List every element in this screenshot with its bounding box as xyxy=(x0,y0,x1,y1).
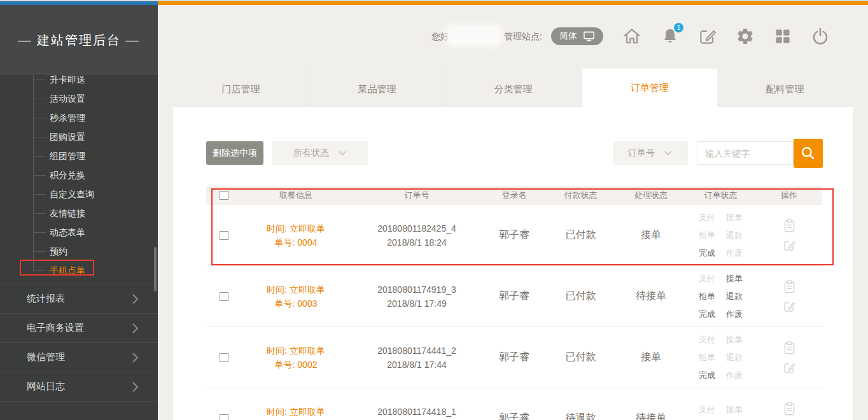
logout-button[interactable] xyxy=(811,27,830,46)
section-label: 统计报表 xyxy=(27,293,65,305)
table-row: 时间: 立即取单 20180801174418_1 郭子睿 待退款 待接单 支付… xyxy=(206,388,822,420)
search-button[interactable] xyxy=(794,139,823,168)
order-status-link[interactable]: 退款 xyxy=(726,291,743,302)
sidebar-item-activity[interactable]: 活动设置 xyxy=(33,89,158,108)
sidebar-item-points[interactable]: 积分兑换 xyxy=(33,165,158,185)
sidebar-item-reservation[interactable]: 预约 xyxy=(33,242,158,261)
order-date: 2018/8/1 17:49 xyxy=(387,297,446,311)
col-header-actions: 操作 xyxy=(756,190,822,201)
keyword-search-input[interactable] xyxy=(697,141,794,165)
order-status-link: 拒单 xyxy=(699,352,715,363)
order-status-link[interactable]: 完成 xyxy=(699,309,715,320)
col-header-login-name: 登录名 xyxy=(484,190,545,201)
pay-status: 待退款 xyxy=(545,388,617,420)
chevron-down-icon xyxy=(664,150,673,156)
greeting-text: 您好 xyxy=(431,31,449,43)
sidebar-item-custom-query[interactable]: 自定义查询 xyxy=(33,185,158,204)
search-field-select[interactable]: 订单号 xyxy=(613,141,688,165)
order-detail-icon[interactable] xyxy=(783,402,796,416)
order-status-link: 接单 xyxy=(726,404,743,416)
table-body: 时间: 立即取单 单号: 0004 20180801182425_4 2018/… xyxy=(206,205,822,420)
sidebar-section-site-log[interactable]: 网站日志 xyxy=(0,372,158,401)
order-number: 20180801174418_1 xyxy=(377,405,456,419)
notifications-button[interactable]: 1 xyxy=(661,27,680,46)
order-detail-icon[interactable] xyxy=(783,218,796,233)
table-row: 时间: 立即取单 单号: 0003 20180801174919_3 2018/… xyxy=(206,266,822,327)
settings-button[interactable] xyxy=(736,27,755,46)
row-checkbox[interactable] xyxy=(220,353,228,362)
sidebar-sections: 统计报表 电子商务设置 微信管理 网站日志 xyxy=(0,284,158,402)
chevron-down-icon xyxy=(338,150,347,156)
order-status-link[interactable]: 完成 xyxy=(699,370,715,381)
row-checkbox[interactable] xyxy=(220,414,228,420)
order-status-link[interactable]: 完成 xyxy=(699,248,715,259)
search-field-value: 订单号 xyxy=(628,148,655,159)
order-status-links: 支付接单拒单退款完成作废 xyxy=(699,273,743,320)
pickup-time: 时间: 立即取单 xyxy=(267,221,325,235)
order-status-link: 退款 xyxy=(726,230,743,241)
sidebar-section-ecommerce[interactable]: 电子商务设置 xyxy=(0,313,158,342)
apps-button[interactable] xyxy=(773,27,792,46)
order-number: 20180801182425_4 xyxy=(377,221,456,235)
sidebar-item-flash-sale[interactable]: 秒杀管理 xyxy=(33,108,158,127)
tab-order-management[interactable]: 订单管理 xyxy=(582,69,717,107)
sidebar-item-links[interactable]: 友情链接 xyxy=(33,204,158,223)
app-title: — 建站管理后台 — xyxy=(0,5,158,75)
select-all-checkbox[interactable] xyxy=(220,191,228,200)
row-actions xyxy=(783,402,796,420)
table-row: 时间: 立即取单 单号: 0004 20180801182425_4 2018/… xyxy=(206,205,822,266)
login-name: 郭子睿 xyxy=(484,205,545,265)
home-button[interactable] xyxy=(622,27,641,46)
search-icon xyxy=(800,145,816,162)
order-status-link[interactable]: 接单 xyxy=(726,273,743,284)
tab-store-management[interactable]: 门店管理 xyxy=(173,71,309,107)
status-filter-select[interactable]: 所有状态 xyxy=(272,141,368,165)
sidebar-item-dynamic-form[interactable]: 动态表单 xyxy=(33,223,158,242)
tab-dish-management[interactable]: 菜品管理 xyxy=(309,71,445,107)
row-checkbox[interactable] xyxy=(220,292,228,301)
edit-order-icon[interactable] xyxy=(783,300,796,313)
order-status-link: 作废 xyxy=(726,370,743,381)
power-icon xyxy=(811,27,830,46)
order-detail-icon[interactable] xyxy=(783,340,796,355)
order-detail-icon[interactable] xyxy=(783,279,796,294)
edit-order-icon[interactable] xyxy=(783,361,796,374)
order-status-link: 支付 xyxy=(699,273,715,284)
sidebar-item-group-manage[interactable]: 组团管理 xyxy=(33,146,158,165)
sidebar-item-mobile-order[interactable]: 手机点单 xyxy=(33,261,158,280)
delete-selected-button[interactable]: 删除选中项 xyxy=(206,141,263,165)
chevron-right-icon xyxy=(132,352,139,363)
row-actions xyxy=(783,218,796,252)
sidebar-section-wechat[interactable]: 微信管理 xyxy=(0,342,158,372)
order-number: 20180801174919_3 xyxy=(377,283,456,297)
login-name: 郭子睿 xyxy=(484,266,545,326)
pickup-no: 单号: 0004 xyxy=(275,235,318,249)
edit-order-icon[interactable] xyxy=(783,239,796,252)
tab-ingredient-management[interactable]: 配料管理 xyxy=(717,71,853,107)
orders-table: 取餐信息 订单号 登录名 付款状态 处理状态 订单状态 操作 时间: 立即取单 … xyxy=(206,186,822,420)
language-label: 简体 xyxy=(559,31,577,42)
tab-category-management[interactable]: 分类管理 xyxy=(445,71,582,107)
order-status-links: 支付接单拒单退款完成作废 xyxy=(699,334,743,381)
sidebar-item-group-buy[interactable]: 团购设置 xyxy=(33,127,158,146)
order-status-link[interactable]: 拒单 xyxy=(699,291,715,302)
pay-status: 已付款 xyxy=(545,266,617,326)
section-label: 电子商务设置 xyxy=(27,322,84,334)
order-status-link[interactable]: 作废 xyxy=(726,309,743,320)
row-checkbox[interactable] xyxy=(220,231,228,240)
col-header-pay-status: 付款状态 xyxy=(545,190,617,201)
home-icon xyxy=(622,27,641,46)
process-status: 待接单 xyxy=(617,388,685,420)
pickup-time: 时间: 立即取单 xyxy=(267,344,325,358)
sidebar: — 建站管理后台 — 升卡即送 活动设置 秒杀管理 团购设置 组团管理 积分兑换… xyxy=(0,5,158,420)
sidebar-scrollbar-thumb[interactable] xyxy=(154,247,157,291)
user-name-redacted xyxy=(448,27,500,44)
sidebar-tree-menu: 升卡即送 活动设置 秒杀管理 团购设置 组团管理 积分兑换 自定义查询 友情链接… xyxy=(0,70,158,280)
section-label: 网站日志 xyxy=(27,381,65,393)
language-site-pill-button[interactable]: 简体 xyxy=(551,27,603,45)
gear-icon xyxy=(736,27,755,46)
sidebar-section-statistics[interactable]: 统计报表 xyxy=(0,284,158,313)
pickup-no: 单号: 0002 xyxy=(275,358,318,372)
compose-button[interactable] xyxy=(698,27,717,46)
section-label: 微信管理 xyxy=(27,351,65,363)
